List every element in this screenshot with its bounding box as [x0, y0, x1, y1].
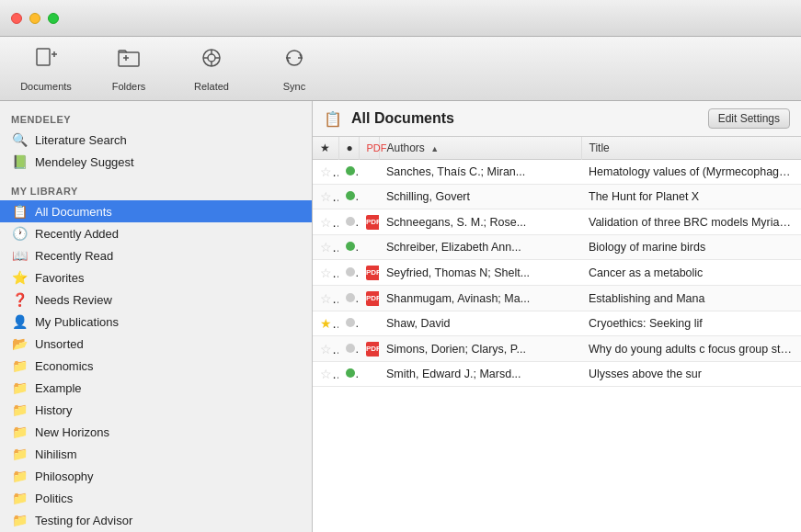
star-empty-icon: ☆ [320, 367, 338, 381]
star-empty-icon: ☆ [320, 215, 338, 230]
new-horizons-label: New Horizons [35, 425, 109, 439]
sidebar-item-all-documents[interactable]: 📋 All Documents [0, 200, 312, 222]
toolbar-documents[interactable]: Documents [18, 45, 74, 92]
sidebar-item-testing-for-advisor[interactable]: 📁 Testing for Advisor [0, 509, 312, 531]
pdf-icon: PDF [366, 291, 379, 306]
sync-label: Sync [283, 81, 305, 92]
col-header-pdf[interactable]: PDF [359, 137, 379, 160]
col-header-star[interactable]: ★ [313, 137, 338, 160]
toolbar-folders[interactable]: Folders [101, 45, 156, 92]
star-cell[interactable]: ☆ [313, 260, 338, 286]
titlebar [0, 0, 801, 37]
read-dot-gray [346, 217, 355, 226]
unsorted-icon: 📂 [11, 336, 28, 351]
folder-economics-icon: 📁 [11, 358, 28, 373]
col-header-read[interactable]: ● [338, 137, 359, 160]
sidebar-item-mendeley-suggest[interactable]: 📗 Mendeley Suggest [0, 151, 312, 173]
sidebar-item-nihilism[interactable]: 📁 Nihilism [0, 443, 312, 465]
pdf-cell: PDF [359, 209, 379, 235]
maximize-button[interactable] [48, 13, 59, 24]
folder-testing-icon: 📁 [11, 513, 28, 527]
read-dot-green [346, 242, 355, 251]
sidebar-item-literature-search[interactable]: 🔍 Literature Search [0, 129, 312, 151]
star-cell[interactable]: ☆ [313, 209, 338, 235]
pdf-cell [359, 235, 379, 260]
pdf-cell [359, 160, 379, 185]
authors-cell: Shaw, David [379, 311, 581, 336]
title-cell: The Hunt for Planet X [581, 185, 801, 209]
table-row[interactable]: ☆Sanches, Thaís C.; Miran...Hematology v… [313, 160, 801, 185]
sidebar-item-my-publications[interactable]: 👤 My Publications [0, 311, 312, 333]
folder-example-icon: 📁 [11, 380, 28, 395]
content-header: 📋 All Documents Edit Settings [313, 101, 801, 137]
read-cell [338, 286, 359, 311]
authors-cell: Schneegans, S. M.; Rose... [379, 209, 581, 235]
close-button[interactable] [11, 13, 22, 24]
my-publications-icon: 👤 [11, 314, 28, 329]
folder-nihilism-icon: 📁 [11, 447, 28, 461]
table-row[interactable]: ☆PDFSimons, Dorien; Clarys, P...Why do y… [313, 336, 801, 362]
star-cell[interactable]: ☆ [313, 185, 338, 209]
sidebar-item-economics[interactable]: 📁 Economics [0, 355, 312, 377]
toolbar-related[interactable]: Related [184, 45, 239, 92]
pdf-icon: PDF [366, 266, 379, 280]
title-cell: Why do young adults c focus group study [581, 336, 801, 362]
all-documents-label: All Documents [35, 205, 112, 219]
sidebar-item-politics[interactable]: 📁 Politics [0, 487, 312, 509]
star-cell[interactable]: ☆ [313, 336, 338, 362]
star-cell[interactable]: ☆ [313, 362, 338, 387]
table-row[interactable]: ☆PDFSchneegans, S. M.; Rose...Validation… [313, 209, 801, 235]
title-cell: Biology of marine birds [581, 235, 801, 260]
table-row[interactable]: ☆Schilling, GovertThe Hunt for Planet X [313, 185, 801, 209]
star-cell[interactable]: ★ [313, 311, 338, 336]
sync-icon [281, 45, 307, 76]
content-title-icon: 📋 [324, 110, 342, 128]
toolbar: Documents Folders Related [0, 37, 801, 101]
read-cell [338, 311, 359, 336]
title-cell: Hematology values of (Myrmecophaga trida… [581, 160, 801, 185]
title-cell: Ulysses above the sur [581, 362, 801, 387]
folder-history-icon: 📁 [11, 402, 28, 417]
sidebar-item-recently-added[interactable]: 🕐 Recently Added [0, 222, 312, 244]
table-row[interactable]: ☆Schreiber, Elizabeth Ann...Biology of m… [313, 235, 801, 260]
star-empty-icon: ☆ [320, 189, 338, 204]
content-area: 📋 All Documents Edit Settings ★ ● PDF [313, 101, 801, 532]
svg-rect-0 [37, 49, 50, 65]
authors-cell: Seyfried, Thomas N; Shelt... [379, 260, 581, 286]
minimize-button[interactable] [29, 13, 40, 24]
documents-icon [33, 45, 59, 76]
read-dot-gray [346, 267, 355, 277]
title-cell: Cryoethics: Seeking lif [581, 311, 801, 336]
needs-review-icon: ❓ [11, 292, 28, 307]
recently-read-label: Recently Read [35, 249, 113, 263]
table-row[interactable]: ★Shaw, DavidCryoethics: Seeking lif [313, 311, 801, 336]
related-label: Related [194, 81, 229, 92]
authors-header-label: Authors [387, 141, 425, 154]
sidebar-item-unsorted[interactable]: 📂 Unsorted [0, 333, 312, 355]
sidebar-item-new-horizons[interactable]: 📁 New Horizons [0, 421, 312, 443]
col-header-title[interactable]: Title [581, 137, 801, 160]
toolbar-sync[interactable]: Sync [267, 45, 322, 92]
col-header-authors[interactable]: Authors ▲ [379, 137, 581, 160]
sidebar-item-needs-review[interactable]: ❓ Needs Review [0, 289, 312, 311]
pdf-cell [359, 362, 379, 387]
all-documents-icon: 📋 [11, 204, 28, 219]
star-cell[interactable]: ☆ [313, 235, 338, 260]
documents-label: Documents [20, 81, 72, 92]
sidebar-item-favorites[interactable]: ⭐ Favorites [0, 266, 312, 289]
sidebar-item-recently-read[interactable]: 📖 Recently Read [0, 244, 312, 266]
title-cell: Cancer as a metabolic [581, 260, 801, 286]
edit-settings-button[interactable]: Edit Settings [708, 108, 790, 129]
favorites-icon: ⭐ [11, 270, 28, 285]
read-cell [338, 209, 359, 235]
sidebar-item-philosophy[interactable]: 📁 Philosophy [0, 465, 312, 487]
star-cell[interactable]: ☆ [313, 160, 338, 185]
star-cell[interactable]: ☆ [313, 286, 338, 311]
my-publications-label: My Publications [35, 315, 119, 329]
table-row[interactable]: ☆PDFShanmugam, Avinash; Ma...Establishin… [313, 286, 801, 311]
table-row[interactable]: ☆PDFSeyfried, Thomas N; Shelt...Cancer a… [313, 260, 801, 286]
sidebar-item-history[interactable]: 📁 History [0, 399, 312, 421]
documents-table: ★ ● PDF Authors ▲ Title [313, 137, 801, 387]
table-row[interactable]: ☆Smith, Edward J.; Marsd...Ulysses above… [313, 362, 801, 387]
sidebar-item-example[interactable]: 📁 Example [0, 377, 312, 399]
